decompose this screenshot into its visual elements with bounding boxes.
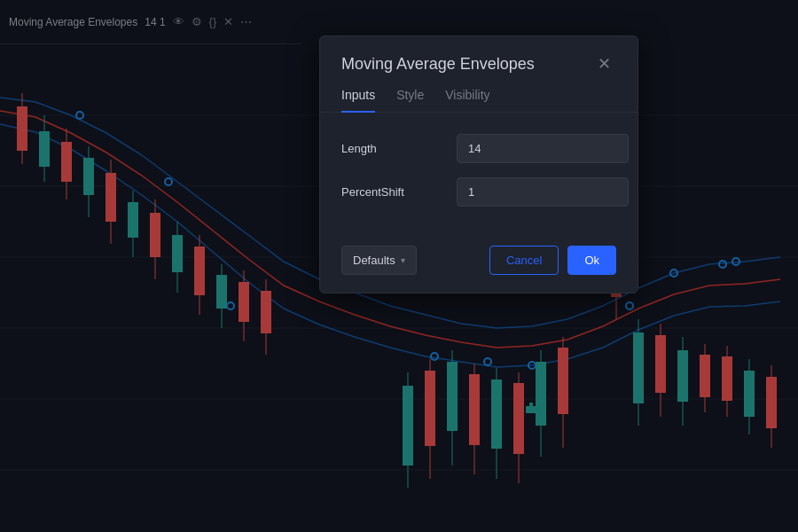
percentshift-input[interactable]	[457, 177, 629, 207]
length-label: Length	[341, 142, 457, 155]
tab-visibility[interactable]: Visibility	[445, 88, 489, 113]
length-field-row: Length	[341, 134, 616, 163]
settings-dialog: Moving Average Envelopes ✕ Inputs Style …	[319, 35, 638, 293]
defaults-label: Defaults	[353, 254, 395, 267]
percentshift-field-row: PercentShift	[341, 177, 616, 207]
footer-buttons: Cancel Ok	[489, 246, 616, 275]
length-input[interactable]	[457, 134, 629, 163]
dialog-content: Length PercentShift	[320, 113, 638, 239]
tab-style[interactable]: Style	[396, 88, 424, 113]
ok-button[interactable]: Ok	[567, 246, 616, 275]
percentshift-label: PercentShift	[341, 185, 457, 199]
dialog-close-button[interactable]: ✕	[592, 54, 616, 74]
dialog-footer: Defaults ▾ Cancel Ok	[320, 239, 638, 293]
cancel-button[interactable]: Cancel	[489, 246, 559, 275]
dialog-title: Moving Average Envelopes	[341, 55, 535, 74]
dialog-overlay: Moving Average Envelopes ✕ Inputs Style …	[0, 0, 798, 532]
dialog-header: Moving Average Envelopes ✕	[320, 36, 638, 74]
tab-inputs[interactable]: Inputs	[341, 88, 375, 113]
chevron-down-icon: ▾	[401, 255, 405, 265]
defaults-dropdown[interactable]: Defaults ▾	[341, 246, 417, 275]
dialog-tabs: Inputs Style Visibility	[320, 74, 638, 113]
